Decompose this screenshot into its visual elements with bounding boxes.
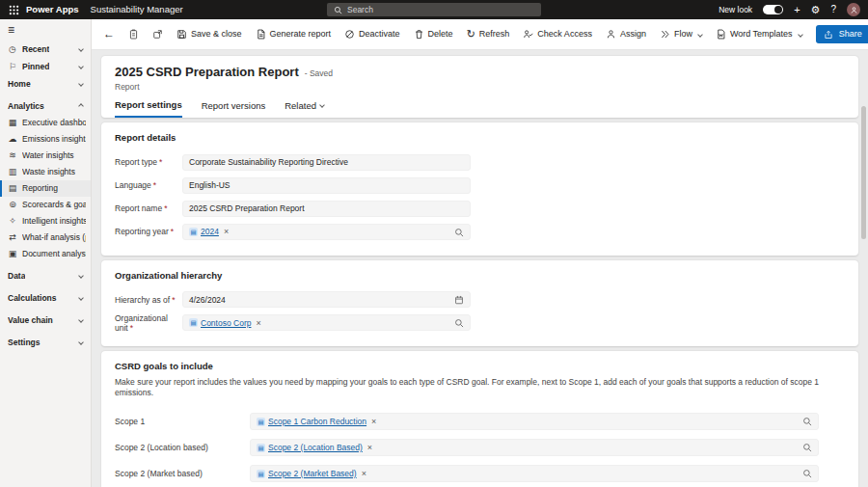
language-input[interactable]: English-US xyxy=(182,177,471,194)
sidebar-group-settings[interactable]: Settings xyxy=(0,334,91,351)
compare-icon: ⇄ xyxy=(8,232,17,243)
sidebar-item-document-analysis[interactable]: ▣ Document analysis (... xyxy=(0,246,91,262)
lookup-search-icon[interactable] xyxy=(454,318,464,328)
scope-2-market-lookup[interactable]: ▤ Scope 2 (Market Based) × xyxy=(250,465,819,482)
sidebar-item-emissions-insights[interactable]: ☁ Emissions insights xyxy=(0,131,91,148)
help-icon[interactable]: ? xyxy=(830,5,836,14)
reporting-year-lookup[interactable]: ▤ 2024 × xyxy=(182,224,471,240)
sidebar-group-data[interactable]: Data xyxy=(0,267,91,284)
field-organizational-unit: Organizational unit* ▤ Contoso Corp × xyxy=(115,311,845,335)
button-label: Delete xyxy=(428,29,453,40)
remove-chip-icon[interactable]: × xyxy=(367,443,372,453)
refresh-button[interactable]: ↻ Refresh xyxy=(467,29,510,40)
lookup-search-icon[interactable] xyxy=(802,469,812,478)
remove-chip-icon[interactable]: × xyxy=(256,318,260,329)
report-icon: ▤ xyxy=(8,183,17,194)
sidebar-group-calculations[interactable]: Calculations xyxy=(0,289,91,307)
organizational-unit-lookup[interactable]: ▤ Contoso Corp × xyxy=(182,314,471,331)
field-report-type: Report type* Corporate Sustainability Re… xyxy=(115,151,845,175)
tab-report-versions[interactable]: Report versions xyxy=(202,99,266,118)
new-look-toggle[interactable] xyxy=(763,5,783,14)
document-icon: ▣ xyxy=(8,249,17,259)
check-access-button[interactable]: Check Access xyxy=(523,29,592,40)
lookup-search-icon[interactable] xyxy=(802,417,812,426)
lookup-chip[interactable]: ▤ Scope 2 (Location Based) × xyxy=(257,443,372,453)
sidebar-item-intelligent-insights[interactable]: ✧ Intelligent insights (p... xyxy=(0,213,91,230)
record-link[interactable]: Scope 2 (Location Based) xyxy=(268,443,363,452)
sidebar-item-recent[interactable]: ◷ Recent xyxy=(0,41,91,58)
vertical-scrollbar[interactable] xyxy=(861,56,866,483)
lookup-chip[interactable]: ▤ 2024 × xyxy=(189,227,229,237)
clock-icon: ◷ xyxy=(8,44,17,55)
chevron-down-icon xyxy=(798,32,803,38)
button-label: Flow xyxy=(674,29,692,40)
sidebar-item-home[interactable]: Home xyxy=(0,75,91,93)
sidebar-item-water-insights[interactable]: ≋ Water insights xyxy=(0,148,91,164)
sidebar-group-analytics[interactable]: Analytics xyxy=(0,97,91,115)
field-report-name: Report name* 2025 CSRD Preparation Repor… xyxy=(115,198,845,221)
record-link[interactable]: Scope 1 Carbon Reduction xyxy=(268,417,366,426)
report-type-input[interactable]: Corporate Sustainability Reporting Direc… xyxy=(182,154,471,171)
remove-chip-icon[interactable]: × xyxy=(362,469,366,479)
record-icon: ▤ xyxy=(257,444,265,452)
global-search-box[interactable] xyxy=(327,3,541,16)
lookup-search-icon[interactable] xyxy=(454,228,464,237)
form-tabs: Report settings Report versions Related xyxy=(115,99,845,118)
button-label: Refresh xyxy=(479,29,510,40)
lookup-chip[interactable]: ▤ Scope 1 Carbon Reduction × xyxy=(257,417,376,427)
search-input[interactable] xyxy=(347,5,534,14)
lookup-chip[interactable]: ▤ Scope 2 (Market Based) × xyxy=(257,469,366,479)
sidebar-item-reporting[interactable]: ▤ Reporting xyxy=(0,180,91,197)
required-asterisk: * xyxy=(153,180,156,190)
chevron-down-icon xyxy=(319,103,325,109)
sidebar-item-waste-insights[interactable]: ▥ Waste insights xyxy=(0,164,91,180)
field-hierarchy-as-of: Hierarchy as of* 4/26/2024 xyxy=(115,288,845,311)
clipboard-icon[interactable] xyxy=(128,29,139,40)
lookup-search-icon[interactable] xyxy=(802,443,812,452)
sidebar-item-pinned[interactable]: ⚐ Pinned xyxy=(0,58,91,75)
app-launcher-icon[interactable] xyxy=(8,4,19,15)
share-button[interactable]: Share xyxy=(816,25,868,43)
scope-1-lookup[interactable]: ▤ Scope 1 Carbon Reduction × xyxy=(250,413,819,430)
deactivate-button[interactable]: Deactivate xyxy=(344,29,400,40)
word-templates-button[interactable]: Word Templates xyxy=(716,29,802,40)
delete-button[interactable]: Delete xyxy=(414,29,453,40)
assign-button[interactable]: Assign xyxy=(606,29,646,40)
record-header: 2025 CSRD Preparation Report - Saved Rep… xyxy=(101,56,858,118)
tab-related[interactable]: Related xyxy=(285,99,324,118)
back-button[interactable]: ← xyxy=(103,27,115,41)
sidebar-item-scorecards-goals[interactable]: ⊚ Scorecards & goals xyxy=(0,197,91,213)
sidebar-group-value-chain[interactable]: Value chain xyxy=(0,311,91,329)
field-value: English-US xyxy=(189,180,231,190)
scope-2-location-lookup[interactable]: ▤ Scope 2 (Location Based) × xyxy=(250,439,819,456)
remove-chip-icon[interactable]: × xyxy=(371,417,376,427)
record-link[interactable]: Scope 2 (Market Based) xyxy=(268,469,357,478)
lookup-chip[interactable]: ▤ Contoso Corp × xyxy=(189,318,261,329)
tab-report-settings[interactable]: Report settings xyxy=(115,99,182,118)
add-icon[interactable]: + xyxy=(794,5,800,15)
app-name[interactable]: Power Apps xyxy=(26,4,79,14)
chevron-down-icon xyxy=(78,339,84,345)
record-link[interactable]: 2024 xyxy=(201,227,219,236)
flow-button[interactable]: Flow xyxy=(660,29,702,40)
entity-type-label: Report xyxy=(115,82,845,92)
hierarchy-date-input[interactable]: 4/26/2024 xyxy=(182,291,471,308)
person-icon xyxy=(606,29,616,40)
sidebar-item-label: Home xyxy=(8,79,31,89)
sidebar-item-what-if-analysis[interactable]: ⇄ What-if analysis (pre... xyxy=(0,230,91,246)
tab-label: Related xyxy=(285,100,316,111)
field-label: Report name* xyxy=(115,203,182,213)
environment-name[interactable]: Sustainability Manager xyxy=(91,4,183,14)
popout-icon[interactable] xyxy=(152,29,163,40)
settings-gear-icon[interactable]: ⚙ xyxy=(811,5,821,15)
save-and-close-button[interactable]: Save & close xyxy=(176,29,242,40)
calendar-icon[interactable] xyxy=(454,295,464,305)
remove-chip-icon[interactable]: × xyxy=(224,227,229,237)
nav-collapse-button[interactable]: ≡ xyxy=(0,19,91,41)
account-avatar[interactable] xyxy=(847,3,860,16)
report-name-input[interactable]: 2025 CSRD Preparation Report xyxy=(182,201,471,217)
generate-report-button[interactable]: Generate report xyxy=(256,29,332,40)
scrollbar-thumb[interactable] xyxy=(861,106,866,239)
sidebar-item-executive-dashboard[interactable]: ▦ Executive dashboard xyxy=(0,115,91,131)
record-link[interactable]: Contoso Corp xyxy=(201,318,251,328)
